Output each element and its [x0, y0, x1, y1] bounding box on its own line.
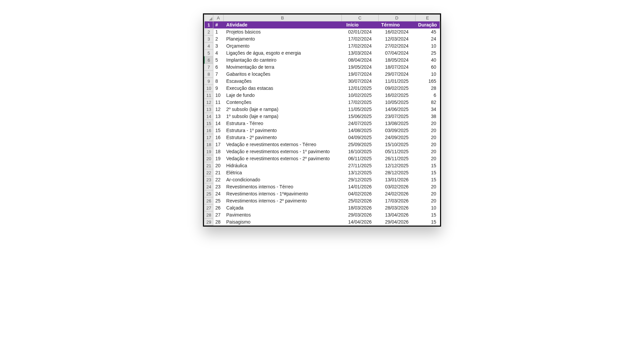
cell-E17[interactable]: 20 — [415, 134, 440, 141]
cell-D7[interactable]: 18/07/2024 — [378, 64, 415, 71]
row-header-16[interactable]: 16 — [204, 127, 213, 134]
row-header-18[interactable]: 18 — [204, 141, 213, 148]
cell-E2[interactable]: 45 — [415, 28, 440, 36]
cell-D15[interactable]: 13/08/2025 — [378, 120, 415, 127]
cell-E14[interactable]: 38 — [415, 113, 440, 120]
cell-D19[interactable]: 05/11/2025 — [378, 148, 415, 155]
cell-E9[interactable]: 165 — [415, 78, 440, 85]
cell-C20[interactable]: 06/11/2025 — [341, 155, 378, 162]
cell-C8[interactable]: 19/07/2024 — [341, 71, 378, 78]
cell-B2[interactable]: Projetos básicos — [223, 28, 341, 36]
cell-B26[interactable]: Revestimentos internos - 2º pavimento — [223, 197, 341, 204]
cell-B21[interactable]: Hidráulica — [223, 162, 341, 169]
column-header-C[interactable]: C — [341, 15, 378, 21]
cell-A28[interactable]: 27 — [213, 212, 223, 219]
cell-A1[interactable]: # — [213, 21, 223, 28]
cell-C6[interactable]: 08/04/2024 — [341, 57, 378, 64]
cell-B15[interactable]: Estrutura - Térreo — [223, 120, 341, 127]
cell-C23[interactable]: 29/12/2025 — [341, 176, 378, 183]
cell-D22[interactable]: 28/12/2025 — [378, 169, 415, 176]
cell-A24[interactable]: 23 — [213, 183, 223, 190]
cell-A16[interactable]: 15 — [213, 127, 223, 134]
cell-E25[interactable]: 20 — [415, 190, 440, 197]
row-header-24[interactable]: 24 — [204, 183, 213, 190]
row-header-6[interactable]: 6 — [204, 57, 213, 64]
cell-E21[interactable]: 15 — [415, 162, 440, 169]
cell-B13[interactable]: 2º subsolo (laje e rampa) — [223, 106, 341, 113]
cell-C25[interactable]: 04/02/2026 — [341, 190, 378, 197]
cell-C15[interactable]: 24/07/2025 — [341, 120, 378, 127]
row-header-12[interactable]: 12 — [204, 99, 213, 106]
cell-B4[interactable]: Orçamento — [223, 43, 341, 50]
cell-D27[interactable]: 28/03/2026 — [378, 204, 415, 212]
cell-C5[interactable]: 13/03/2024 — [341, 50, 378, 57]
cell-B20[interactable]: Vedação e revestimentos externos - 2º pa… — [223, 155, 341, 162]
cell-D3[interactable]: 12/03/2024 — [378, 36, 415, 43]
cell-C10[interactable]: 12/01/2025 — [341, 85, 378, 92]
cell-D5[interactable]: 07/04/2024 — [378, 50, 415, 57]
cell-D16[interactable]: 03/09/2025 — [378, 127, 415, 134]
cell-D6[interactable]: 18/05/2024 — [378, 57, 415, 64]
row-header-17[interactable]: 17 — [204, 134, 213, 141]
cell-C28[interactable]: 29/03/2026 — [341, 212, 378, 219]
row-header-2[interactable]: 2 — [204, 28, 213, 36]
cell-A29[interactable]: 28 — [213, 219, 223, 226]
cell-A17[interactable]: 16 — [213, 134, 223, 141]
cell-E26[interactable]: 20 — [415, 197, 440, 204]
cell-D14[interactable]: 23/07/2025 — [378, 113, 415, 120]
cell-D28[interactable]: 13/04/2026 — [378, 212, 415, 219]
cell-D10[interactable]: 09/02/2025 — [378, 85, 415, 92]
row-header-9[interactable]: 9 — [204, 78, 213, 85]
cell-C2[interactable]: 02/01/2024 — [341, 28, 378, 36]
row-header-11[interactable]: 11 — [204, 92, 213, 99]
cell-C27[interactable]: 18/03/2026 — [341, 204, 378, 212]
cell-E6[interactable]: 40 — [415, 57, 440, 64]
cell-E28[interactable]: 15 — [415, 212, 440, 219]
cell-B1[interactable]: Atividade — [223, 21, 341, 28]
row-header-19[interactable]: 19 — [204, 148, 213, 155]
cell-C7[interactable]: 19/05/2024 — [341, 64, 378, 71]
cell-A6[interactable]: 5 — [213, 57, 223, 64]
cell-C22[interactable]: 13/12/2025 — [341, 169, 378, 176]
cell-E11[interactable]: 6 — [415, 92, 440, 99]
cell-C14[interactable]: 15/06/2025 — [341, 113, 378, 120]
cell-C13[interactable]: 11/05/2025 — [341, 106, 378, 113]
cell-D21[interactable]: 12/12/2025 — [378, 162, 415, 169]
cell-E16[interactable]: 20 — [415, 127, 440, 134]
select-all-corner[interactable] — [204, 15, 213, 21]
cell-A3[interactable]: 2 — [213, 36, 223, 43]
cell-A26[interactable]: 25 — [213, 197, 223, 204]
cell-A18[interactable]: 17 — [213, 141, 223, 148]
cell-D2[interactable]: 16/02/2024 — [378, 28, 415, 36]
cell-E13[interactable]: 34 — [415, 106, 440, 113]
cell-A5[interactable]: 4 — [213, 50, 223, 57]
cell-B10[interactable]: Execução das estacas — [223, 85, 341, 92]
cell-D13[interactable]: 14/06/2025 — [378, 106, 415, 113]
column-header-D[interactable]: D — [378, 15, 415, 21]
cell-C29[interactable]: 14/04/2026 — [341, 219, 378, 226]
cell-E20[interactable]: 20 — [415, 155, 440, 162]
cell-D18[interactable]: 15/10/2025 — [378, 141, 415, 148]
cell-E23[interactable]: 15 — [415, 176, 440, 183]
cell-B3[interactable]: Planejamento — [223, 36, 341, 43]
row-header-1[interactable]: 1 — [204, 21, 213, 28]
cell-A22[interactable]: 21 — [213, 169, 223, 176]
cell-D9[interactable]: 11/01/2025 — [378, 78, 415, 85]
cell-A9[interactable]: 8 — [213, 78, 223, 85]
cell-A10[interactable]: 9 — [213, 85, 223, 92]
cell-A23[interactable]: 22 — [213, 176, 223, 183]
row-header-20[interactable]: 20 — [204, 155, 213, 162]
cell-E24[interactable]: 20 — [415, 183, 440, 190]
cell-E3[interactable]: 24 — [415, 36, 440, 43]
cell-B7[interactable]: Movimentação de terra — [223, 64, 341, 71]
cell-C17[interactable]: 04/09/2025 — [341, 134, 378, 141]
cell-B28[interactable]: Pavimentos — [223, 212, 341, 219]
cell-B27[interactable]: Calçada — [223, 204, 341, 212]
cell-B24[interactable]: Revestimentos internos - Térreo — [223, 183, 341, 190]
cell-D23[interactable]: 13/01/2026 — [378, 176, 415, 183]
row-header-14[interactable]: 14 — [204, 113, 213, 120]
cell-B6[interactable]: Implantação do canteiro — [223, 57, 341, 64]
cell-C12[interactable]: 17/02/2025 — [341, 99, 378, 106]
row-header-3[interactable]: 3 — [204, 36, 213, 43]
cell-A4[interactable]: 3 — [213, 43, 223, 50]
